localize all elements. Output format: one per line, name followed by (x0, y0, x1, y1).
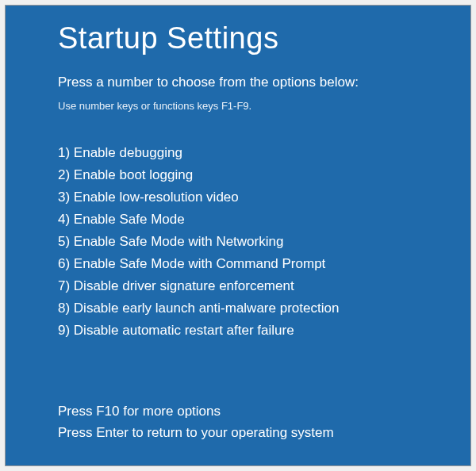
option-3[interactable]: 3) Enable low-resolution video (58, 186, 470, 209)
page-title: Startup Settings (58, 21, 470, 56)
option-1[interactable]: 1) Enable debugging (58, 142, 470, 164)
option-2[interactable]: 2) Enable boot logging (58, 164, 470, 186)
return-hint: Press Enter to return to your operating … (58, 423, 334, 443)
options-list: 1) Enable debugging 2) Enable boot loggi… (58, 142, 470, 342)
option-7[interactable]: 7) Disable driver signature enforcement (58, 275, 470, 297)
option-5[interactable]: 5) Enable Safe Mode with Networking (58, 231, 470, 253)
more-options-hint: Press F10 for more options (58, 401, 334, 422)
option-6[interactable]: 6) Enable Safe Mode with Command Prompt (58, 253, 470, 275)
footer: Press F10 for more options Press Enter t… (58, 401, 334, 443)
option-4[interactable]: 4) Enable Safe Mode (58, 209, 470, 231)
option-9[interactable]: 9) Disable automatic restart after failu… (58, 320, 470, 342)
startup-settings-screen: Startup Settings Press a number to choos… (5, 5, 471, 466)
hint-text: Use number keys or functions keys F1-F9. (58, 100, 470, 112)
instruction-text: Press a number to choose from the option… (58, 75, 470, 90)
option-8[interactable]: 8) Disable early launch anti-malware pro… (58, 297, 470, 320)
